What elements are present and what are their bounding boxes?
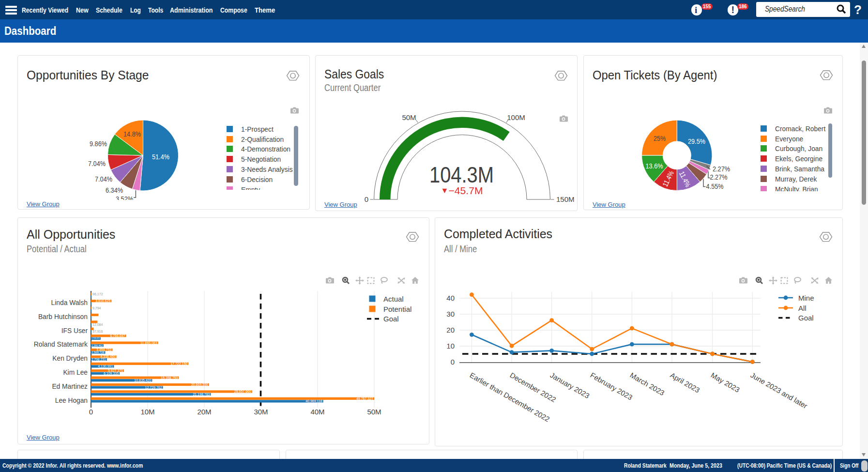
- svg-text:12,084: 12,084: [92, 323, 103, 326]
- svg-text:10M: 10M: [140, 408, 154, 416]
- svg-text:2,568,728: 2,568,728: [91, 351, 105, 354]
- svg-text:Ken Dryden: Ken Dryden: [52, 354, 88, 362]
- svg-text:Actual: Actual: [383, 295, 404, 303]
- svg-text:7.04%: 7.04%: [95, 175, 112, 183]
- svg-text:▼−45.7M: ▼−45.7M: [441, 185, 483, 196]
- svg-text:All: All: [798, 304, 807, 312]
- svg-text:15,358,750: 15,358,750: [161, 376, 178, 380]
- svg-text:96,172: 96,172: [92, 292, 103, 296]
- svg-text:6,766,687: 6,766,687: [110, 334, 125, 337]
- svg-text:37,916: 37,916: [92, 330, 103, 333]
- svg-text:150M: 150M: [556, 195, 575, 203]
- svg-text:4.55%: 4.55%: [706, 182, 724, 190]
- svg-text:49,767,327: 49,767,327: [356, 397, 373, 400]
- svg-text:7.04%: 7.04%: [88, 159, 106, 167]
- svg-text:11,893,083: 11,893,083: [140, 341, 157, 345]
- svg-text:50M: 50M: [367, 408, 381, 416]
- svg-text:9,794: 9,794: [92, 306, 101, 310]
- svg-text:4,130,991: 4,130,991: [98, 365, 113, 368]
- svg-text:Barb Hutchinson: Barb Hutchinson: [38, 312, 88, 320]
- svg-text:Linda Walsh: Linda Walsh: [51, 298, 88, 306]
- svg-text:Kim Lee: Kim Lee: [63, 368, 88, 376]
- svg-text:28,657,660: 28,657,660: [234, 390, 251, 393]
- svg-text:40M: 40M: [310, 408, 324, 416]
- svg-text:14.8%: 14.8%: [123, 130, 141, 138]
- svg-text:10,835,420: 10,835,420: [134, 379, 151, 382]
- svg-text:IFS User: IFS User: [61, 326, 88, 335]
- svg-text:10: 10: [446, 342, 455, 350]
- svg-text:2.27%: 2.27%: [713, 165, 730, 173]
- svg-text:0: 0: [365, 195, 368, 203]
- svg-text:20M: 20M: [197, 408, 211, 416]
- svg-text:30: 30: [446, 310, 455, 318]
- svg-text:20: 20: [446, 326, 455, 334]
- svg-text:40,969,118: 40,969,118: [305, 399, 322, 403]
- svg-text:Roland Statemark: Roland Statemark: [34, 340, 88, 348]
- svg-text:2.27%: 2.27%: [710, 173, 728, 181]
- svg-text:Potential: Potential: [383, 305, 411, 313]
- svg-text:100M: 100M: [507, 113, 525, 122]
- svg-text:Mine: Mine: [798, 294, 814, 302]
- svg-text:25%: 25%: [654, 134, 666, 142]
- svg-text:3,616,625: 3,616,625: [95, 299, 110, 303]
- svg-text:6,109,335: 6,109,335: [104, 372, 119, 375]
- svg-text:3.52%: 3.52%: [116, 195, 133, 203]
- svg-text:13.6%: 13.6%: [646, 162, 663, 170]
- svg-text:0: 0: [451, 358, 455, 366]
- svg-text:6.34%: 6.34%: [106, 186, 123, 194]
- svg-text:Goal: Goal: [383, 315, 399, 323]
- svg-text:2,798,231: 2,798,231: [91, 358, 106, 361]
- svg-text:30M: 30M: [254, 408, 268, 416]
- svg-text:Goal: Goal: [798, 314, 814, 322]
- svg-text:0: 0: [89, 408, 93, 416]
- svg-text:12,729,762: 12,729,762: [145, 386, 162, 389]
- svg-text:50M: 50M: [402, 113, 416, 122]
- svg-text:2,266,463: 2,266,463: [91, 344, 103, 347]
- svg-text:21,198,783: 21,198,783: [193, 393, 210, 396]
- svg-text:9.86%: 9.86%: [90, 139, 107, 148]
- svg-text:29.5%: 29.5%: [688, 137, 705, 145]
- svg-text:40: 40: [446, 294, 455, 302]
- svg-text:20,869,550: 20,869,550: [191, 383, 208, 386]
- svg-text:104.3M: 104.3M: [429, 162, 494, 187]
- svg-text:17,722,150: 17,722,150: [170, 362, 187, 365]
- svg-text:1,744,470: 1,744,470: [91, 337, 100, 339]
- svg-text:Lee Hogan: Lee Hogan: [55, 396, 88, 404]
- svg-text:51.4%: 51.4%: [152, 152, 169, 161]
- svg-text:Ed Martinez: Ed Martinez: [52, 382, 88, 390]
